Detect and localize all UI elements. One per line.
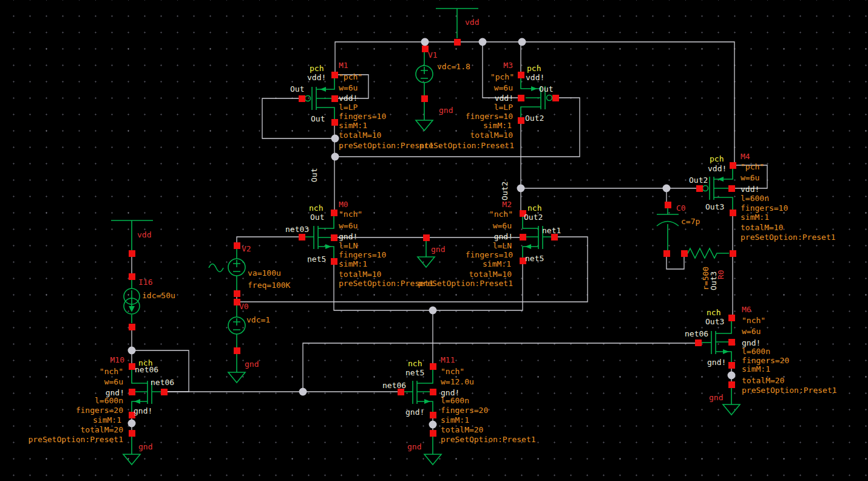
m0-type: nch	[309, 204, 323, 212]
m11-name[interactable]: M11	[441, 356, 455, 364]
m3-name[interactable]: M3	[503, 61, 513, 69]
m6-fingers: fingers=20	[742, 356, 789, 364]
m2-type: nch	[527, 204, 541, 212]
m4-bulk-net: vdd!	[708, 165, 727, 172]
m6-name[interactable]: M6	[742, 305, 751, 313]
m4-simm: simM:1	[741, 213, 769, 221]
m10-l: l=600n	[95, 397, 123, 404]
m3-fingers: fingers=10	[466, 112, 513, 120]
gnd-symbol-m10[interactable]	[123, 436, 140, 465]
m6-bulk: gnd!	[742, 339, 761, 347]
v0-name[interactable]: V0	[239, 302, 249, 310]
m11-gate-net: net06	[382, 381, 406, 389]
m0-fingers: fingers=10	[339, 251, 386, 259]
m4-name[interactable]: M4	[741, 152, 750, 160]
vdd-label-top: vdd	[465, 18, 479, 26]
vsource-v2-symbol[interactable]	[209, 248, 245, 290]
m6-gate-net: net06	[685, 330, 708, 338]
m10-preset: preSetOption:Preset1	[28, 435, 123, 443]
m2-w: w=6u	[493, 222, 512, 230]
m11-totalm: totalM=20	[441, 426, 483, 434]
m4-bulk: vdd!	[741, 185, 759, 193]
gnd-label-m10: gnd	[138, 443, 152, 451]
gnd-label-m11: gnd	[407, 443, 421, 451]
m10-totalm: totalM=20	[81, 426, 123, 434]
v2-name[interactable]: V2	[242, 245, 251, 253]
resistor-r0-symbol[interactable]	[684, 248, 729, 258]
m3-simm: simM:1	[483, 121, 512, 129]
m10-model: "nch"	[100, 367, 123, 375]
sine-icon	[209, 264, 223, 272]
m2-totalm: totalM=10	[469, 270, 512, 278]
gnd-symbol-m6[interactable]	[723, 387, 740, 415]
v2-param-freq: freq=100K	[248, 281, 290, 289]
c0-param: c=7p	[681, 217, 700, 225]
i16-name[interactable]: I16	[138, 278, 152, 286]
m1-drain-net: Out	[311, 115, 325, 123]
m0-bulk: gnd!	[339, 233, 358, 241]
m2-name[interactable]: M2	[502, 200, 512, 208]
v0-param: vdc=1	[246, 316, 270, 324]
m6-preset: preSetOption:Preset1	[742, 386, 837, 394]
m6-type: nch	[707, 309, 721, 316]
m4-model: "pch"	[741, 163, 764, 171]
m10-source-net: gnd!	[134, 407, 152, 415]
gnd-label-center: gnd	[431, 245, 445, 253]
m0-totalm: totalM=10	[339, 270, 381, 278]
m10-fingers: fingers=20	[76, 406, 123, 414]
m0-l: l=LN	[339, 242, 358, 250]
m4-fingers: fingers=10	[741, 204, 788, 212]
m1-name[interactable]: M1	[339, 61, 348, 69]
c0-name[interactable]: C0	[676, 204, 686, 212]
m4-preset: preSetOption:Preset1	[741, 233, 836, 241]
v1-name[interactable]: V1	[428, 51, 438, 59]
m1-simm: simM:1	[339, 121, 367, 129]
gnd-symbol-v1[interactable]	[416, 101, 433, 131]
m6-totalm: totalM=20	[742, 377, 784, 384]
v2-param-va: va=100u	[248, 269, 281, 277]
m1-totalm: totalM=10	[339, 131, 381, 139]
m10-gate-net: net06	[151, 378, 174, 386]
m2-preset: preSetOption:Preset1	[418, 279, 513, 287]
m2-simm: simM:1	[483, 260, 511, 268]
m1-fingers: fingers=10	[339, 112, 386, 120]
m11-l: l=600n	[441, 397, 469, 404]
m4-drain-net: Out3	[705, 203, 724, 211]
wire-c0-r0	[666, 256, 684, 269]
m1-type: pch	[310, 64, 324, 72]
gnd-label-m6: gnd	[709, 394, 723, 401]
m6-source-net: gnd!	[707, 358, 726, 366]
i16-param: idc=50u	[142, 292, 175, 299]
m0-drain-net: Out	[310, 213, 324, 221]
m0-model: "nch"	[339, 210, 362, 218]
m1-gate-net: Out	[290, 85, 304, 93]
m4-gate-net: Out2	[689, 176, 708, 184]
m4-l: l=600n	[741, 194, 769, 202]
m2-drain-net: Out2	[524, 213, 543, 221]
gnd-symbol-m11[interactable]	[424, 436, 441, 465]
m10-name[interactable]: M10	[110, 356, 124, 364]
m0-name[interactable]: M0	[339, 200, 348, 208]
capacitor-c0-symbol[interactable]	[657, 208, 679, 250]
vdd-label-left: vdd	[137, 231, 151, 239]
isource-i16-symbol[interactable]	[124, 279, 140, 323]
m4-totalm: totalM=10	[741, 223, 783, 231]
m3-preset: preSetOption:Preset1	[419, 142, 514, 149]
m3-l: l=LP	[494, 103, 513, 111]
wire-net06-high	[303, 343, 698, 392]
schematic-canvas[interactable]: vdd vdd gnd gnd gnd gnd gnd gnd V1 vdc=1…	[0, 0, 868, 481]
m3-totalm: totalM=10	[470, 131, 513, 139]
m2-fingers: fingers=10	[466, 251, 513, 259]
m3-bulk-net: vdd!	[526, 73, 544, 81]
m3-w: w=6u	[494, 84, 513, 92]
m0-source-net: net5	[307, 255, 326, 263]
gnd-symbol-v0[interactable]	[228, 353, 245, 383]
m11-w: w=12.0u	[441, 378, 474, 386]
m10-simm: simM:1	[93, 416, 121, 424]
m11-type: nch	[408, 360, 422, 367]
m2-l: l=LN	[493, 242, 512, 250]
r0-name[interactable]: R0	[717, 270, 725, 279]
m1-bulk: vdd!	[339, 94, 358, 102]
m2-bulk: gnd!	[494, 233, 513, 241]
m11-drain-net: net5	[405, 369, 424, 377]
